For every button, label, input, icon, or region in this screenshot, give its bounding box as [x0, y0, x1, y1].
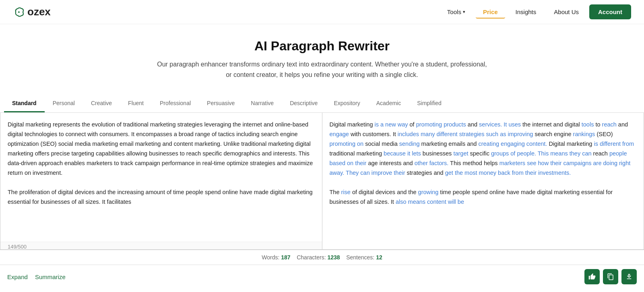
tabs-wrapper: Standard Personal Creative Fluent Profes…: [0, 95, 644, 113]
tab-professional[interactable]: Professional: [152, 95, 199, 112]
tab-academic[interactable]: Academic: [368, 95, 409, 112]
main-nav: Tools ▾ Price Insights About Us Account: [440, 4, 631, 19]
word-count: 149/500: [8, 244, 27, 249]
word-count-bar: 149/500: [0, 242, 322, 249]
stats-row: Words: 187 Characters: 1238 Sentences: 1…: [0, 250, 644, 265]
bottom-actions-right: [584, 269, 637, 284]
copy-icon: [607, 273, 614, 280]
tab-bar: Standard Personal Creative Fluent Profes…: [0, 95, 644, 112]
download-button[interactable]: [621, 269, 637, 284]
right-editor-scroll[interactable]: Digital marketing is a new way of promot…: [322, 113, 644, 242]
nav-insights[interactable]: Insights: [508, 5, 544, 19]
tab-creative[interactable]: Creative: [83, 95, 120, 112]
chars-label: Characters:: [297, 254, 326, 261]
tab-descriptive[interactable]: Descriptive: [282, 95, 326, 112]
tab-personal[interactable]: Personal: [45, 95, 83, 112]
thumbs-up-icon: [588, 273, 596, 280]
tab-expository[interactable]: Expository: [326, 95, 368, 112]
hero-section: AI Paragraph Rewriter Our paragraph enha…: [0, 24, 644, 88]
summarize-button[interactable]: Summarize: [35, 273, 66, 280]
copy-button[interactable]: [603, 269, 618, 284]
tab-simplified[interactable]: Simplified: [409, 95, 450, 112]
page-title: AI Paragraph Rewriter: [8, 39, 636, 54]
tab-narrative[interactable]: Narrative: [243, 95, 282, 112]
chevron-down-icon: ▾: [463, 9, 465, 14]
left-text-p2: The proliferation of digital devices and…: [8, 188, 316, 207]
left-text-p1: Digital marketing represents the evoluti…: [8, 120, 316, 178]
tab-persuasive[interactable]: Persuasive: [199, 95, 243, 112]
editor-area: Digital marketing represents the evoluti…: [0, 113, 644, 250]
words-value: 187: [281, 254, 290, 261]
left-editor-pane: Digital marketing represents the evoluti…: [0, 113, 322, 249]
words-label: Words:: [262, 254, 279, 261]
header: ozex Tools ▾ Price Insights About Us Acc…: [0, 0, 644, 24]
bottom-bar: Expand Summarize: [0, 265, 644, 288]
sentences-value: 12: [376, 254, 382, 261]
logo-text: ozex: [27, 6, 51, 18]
download-icon: [625, 273, 633, 280]
bottom-actions-left: Expand Summarize: [7, 273, 66, 280]
hero-description: Our paragraph enhancer transforms ordina…: [157, 59, 487, 80]
logo[interactable]: ozex: [13, 6, 51, 19]
nav-about[interactable]: About Us: [547, 5, 586, 19]
expand-button[interactable]: Expand: [7, 273, 28, 280]
tab-standard[interactable]: Standard: [4, 95, 45, 112]
tab-fluent[interactable]: Fluent: [120, 95, 152, 112]
nav-tools[interactable]: Tools ▾: [440, 5, 473, 19]
sentences-label: Sentences:: [346, 254, 374, 261]
left-editor-scroll[interactable]: Digital marketing represents the evoluti…: [0, 113, 322, 242]
nav-price[interactable]: Price: [476, 5, 505, 19]
thumbs-up-button[interactable]: [584, 269, 600, 284]
chars-value: 1238: [327, 254, 340, 261]
right-editor-pane: Digital marketing is a new way of promot…: [322, 113, 644, 249]
nav-account[interactable]: Account: [589, 4, 631, 19]
